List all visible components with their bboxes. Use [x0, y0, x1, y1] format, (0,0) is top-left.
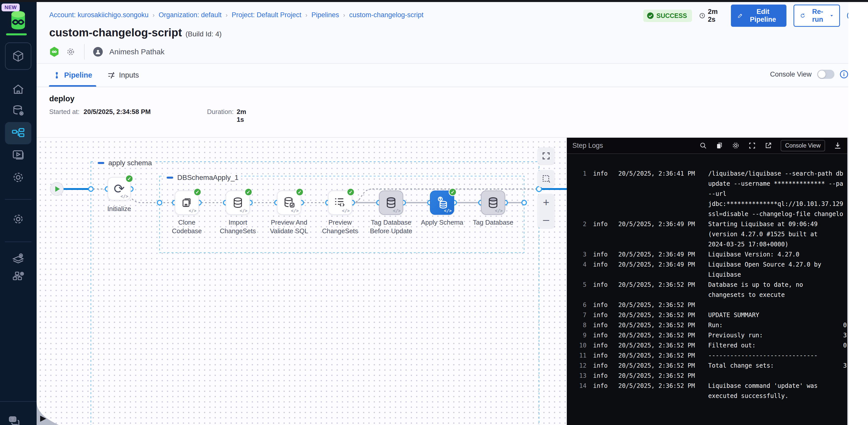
sidebar-module-selector[interactable]	[5, 42, 31, 70]
cube-icon	[11, 49, 25, 63]
breadcrumb-pipelines[interactable]: Pipelines	[312, 11, 339, 19]
database-gear-icon	[11, 104, 25, 117]
stage-nav-flap[interactable]	[37, 402, 59, 425]
rerun-refresh-icon	[800, 12, 806, 19]
zoom-out-button[interactable]: –	[537, 211, 555, 228]
fullscreen-icon	[541, 151, 551, 161]
stage-duration: Duration: 2m 1s	[207, 108, 246, 123]
log-line: Liquibase	[567, 270, 847, 280]
sidebar-item-home[interactable]	[5, 78, 31, 101]
pencil-icon	[738, 12, 743, 19]
step-label: Initialize	[96, 204, 142, 213]
log-line: 6info20/5/2025, 2:36:52 PM	[567, 300, 847, 310]
home-icon	[11, 83, 25, 96]
log-line: 2info20/5/2025, 2:36:49 PMStarting Liqui…	[567, 219, 847, 229]
tab-pipeline[interactable]: Pipeline	[53, 64, 92, 87]
console-view-toggle[interactable]	[817, 70, 834, 79]
help-chat-button[interactable]: ?	[1, 410, 27, 425]
clock-icon	[699, 12, 705, 20]
breadcrumb-project[interactable]: Project: Default Project	[231, 11, 301, 19]
canvas-fit-view-button[interactable]	[537, 147, 555, 165]
stage-name: deploy	[49, 94, 74, 103]
sidebar-item-pipelines[interactable]	[5, 122, 31, 144]
step-node-tag-database-before-update[interactable]: </>	[379, 191, 403, 215]
log-line: 12info20/5/2025, 2:36:52 PMTotal change …	[567, 361, 847, 371]
expand-fullscreen-icon[interactable]	[748, 142, 756, 149]
code-icon: </>	[444, 208, 452, 213]
sidebar-item-executions[interactable]	[5, 143, 31, 166]
page-scrollbar-gutter[interactable]	[848, 2, 868, 425]
zoom-in-button[interactable]: +	[537, 194, 555, 211]
sidebar-divider	[5, 242, 31, 242]
step-node-initialize[interactable]: ⟳ ✓ </>	[107, 177, 131, 200]
log-line: ssl=disable --changelog-file changelo	[567, 209, 847, 219]
sidebar-item-account-resources[interactable]	[5, 265, 31, 287]
sidebar-item-project-settings[interactable]	[5, 208, 31, 230]
success-check-icon: ✓	[193, 188, 202, 196]
log-line: 2024-03-25 17:08+0000)	[567, 239, 847, 249]
help-chat-icon: ?	[7, 414, 21, 425]
breadcrumb-organization[interactable]: Organization: default	[159, 11, 221, 19]
step-node-preview-changesets[interactable]: ✓ </>	[328, 191, 352, 215]
harness-dbops-logo[interactable]	[6, 8, 30, 32]
logs-console-view-button[interactable]: Console View	[781, 140, 825, 151]
collapse-group-icon[interactable]	[167, 177, 173, 179]
collapse-group-icon[interactable]	[98, 162, 104, 164]
stage-meta: Started at: 20/5/2025, 2:34:58 PM Durati…	[49, 108, 151, 116]
success-check-icon: ✓	[244, 188, 252, 196]
step-node-preview-validate-sql[interactable]: ✓ </>	[277, 191, 301, 215]
open-external-icon[interactable]	[765, 142, 772, 149]
log-line: 7info20/5/2025, 2:36:52 PMUPDATE SUMMARY	[567, 310, 847, 320]
step-node-tag-database[interactable]: </>	[481, 191, 505, 215]
console-view-info-icon[interactable]: i	[840, 70, 848, 78]
sidebar-item-databases[interactable]	[5, 100, 31, 122]
step-node-import-changesets[interactable]: ✓ </>	[226, 191, 250, 215]
browser-top-strip	[0, 0, 868, 2]
search-icon[interactable]	[699, 142, 707, 149]
tab-inputs[interactable]: Inputs	[107, 64, 139, 87]
rerun-button[interactable]: Re-run	[794, 4, 840, 27]
console-view-label: Console View	[770, 70, 812, 78]
step-label: Clone Codebase	[164, 218, 210, 235]
pipeline-tab-icon	[53, 72, 61, 79]
step-logs-toolbar: Console View	[699, 140, 842, 151]
log-line: 8info20/5/2025, 2:36:52 PMRun: 0	[567, 320, 847, 330]
author-name: Animesh Pathak	[109, 48, 164, 56]
executions-play-icon	[11, 148, 25, 161]
copy-icon[interactable]	[715, 142, 723, 149]
canvas-marquee-select-button[interactable]	[537, 170, 555, 187]
log-line: 9info20/5/2025, 2:36:52 PMPreviously run…	[567, 330, 847, 340]
pipeline-canvas[interactable]: apply schema DBSchemaApply_1 ⟳ ✓ </> Ini…	[37, 138, 567, 425]
total-duration: 2m 2s	[699, 8, 724, 24]
gear-icon	[11, 171, 25, 184]
pipeline-start-node[interactable]	[50, 182, 64, 196]
marquee-selection-icon	[541, 174, 551, 183]
sidebar-divider	[0, 401, 37, 402]
sidebar-item-settings-module[interactable]	[5, 166, 31, 189]
log-settings-gear-icon[interactable]	[732, 142, 740, 149]
group-apply-schema-label[interactable]: apply schema	[95, 159, 155, 167]
sidebar-divider	[5, 199, 31, 200]
step-label: Preview ChangeSets	[317, 218, 363, 235]
log-line: 13info20/5/2025, 2:36:52 PM	[567, 371, 847, 381]
breadcrumb-account[interactable]: Account: kurosakiichigo.songoku	[49, 11, 149, 19]
log-line: update --username ************** --pa	[567, 179, 847, 189]
page-title: custom-changelog-script(Build Id: 4)	[49, 26, 222, 39]
log-line: 4info20/5/2025, 2:36:49 PMLiquibase Open…	[567, 259, 847, 270]
step-node-clone-codebase[interactable]: ✓ </>	[175, 191, 199, 215]
code-icon: </>	[342, 208, 350, 213]
step-logs-output[interactable]: 1info20/5/2025, 2:36:41 PM/liquibase/liq…	[567, 154, 847, 425]
started-at-label: Started at:	[49, 108, 80, 116]
view-tabs: Pipeline Inputs	[53, 64, 139, 87]
left-sidebar: NEW	[0, 2, 37, 425]
download-icon[interactable]	[834, 142, 842, 149]
edit-pipeline-button[interactable]: Edit Pipeline	[731, 4, 786, 27]
pipeline-settings-gear-icon[interactable]	[66, 47, 75, 57]
log-line: 1info20/5/2025, 2:36:41 PM/liquibase/liq…	[567, 169, 847, 179]
breadcrumb-current[interactable]: custom-changelog-script	[349, 11, 424, 19]
step-node-apply-schema[interactable]: ✓ </>	[430, 191, 454, 215]
pipeline-icon	[11, 126, 25, 140]
code-icon: </>	[240, 208, 247, 213]
play-icon	[55, 186, 60, 192]
group-dbschemaapply-label[interactable]: DBSchemaApply_1	[164, 174, 241, 182]
